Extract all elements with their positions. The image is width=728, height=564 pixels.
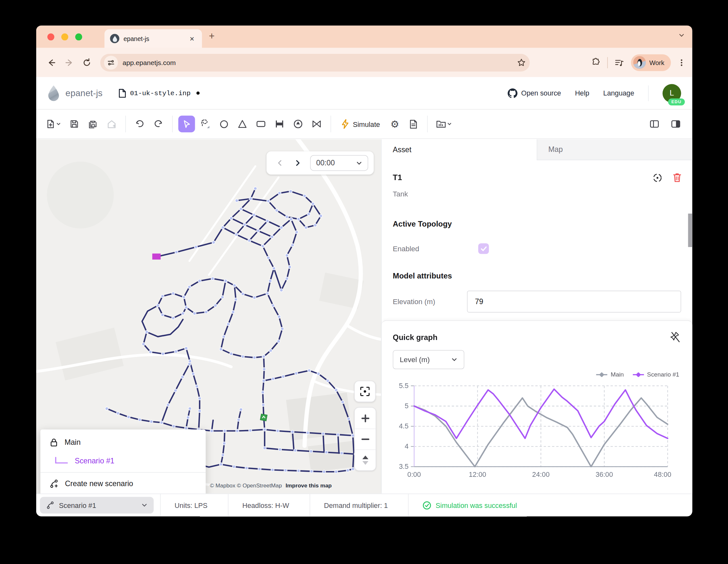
lock-icon: [50, 438, 58, 447]
delete-asset-icon[interactable]: [672, 172, 682, 183]
chart-legend: MainScenario #1: [596, 371, 679, 378]
panel-toggles: [646, 116, 684, 132]
analysis-charts-button[interactable]: [433, 116, 455, 132]
app-name: epanet-js: [65, 88, 103, 98]
report-button[interactable]: [405, 116, 422, 132]
valve-tool-button[interactable]: [308, 116, 325, 132]
new-tab-button[interactable]: +: [209, 31, 215, 41]
timestep-dropdown[interactable]: 00:00: [310, 155, 368, 171]
svg-text:5.5: 5.5: [399, 382, 409, 390]
tab-map[interactable]: Map: [537, 139, 692, 160]
zoom-in-button[interactable]: [355, 408, 376, 428]
save-as-button[interactable]: [85, 116, 101, 132]
junction-tool-button[interactable]: [215, 116, 232, 132]
open-source-link[interactable]: Open source: [507, 88, 561, 98]
pipe-tool-button[interactable]: [271, 116, 288, 132]
profile-chip[interactable]: Work: [631, 54, 671, 71]
unpin-icon[interactable]: [670, 331, 681, 343]
simulation-status: Simulation was successful: [408, 494, 531, 517]
enabled-checkbox[interactable]: [478, 243, 489, 254]
bookmark-star-icon[interactable]: [517, 58, 526, 67]
lasso-select-tool-button[interactable]: [197, 116, 213, 132]
elevation-input[interactable]: [467, 291, 681, 312]
fit-to-extent-button[interactable]: [354, 381, 376, 402]
svg-text:48:00: 48:00: [654, 470, 671, 478]
pump-tool-button[interactable]: [290, 116, 306, 132]
toolbar-divider: [331, 116, 331, 132]
tab-close-icon[interactable]: ✕: [188, 34, 196, 43]
toggle-right-panel-button[interactable]: [667, 116, 684, 132]
improve-map-link[interactable]: Improve this map: [285, 482, 332, 489]
legend-item: Scenario #1: [632, 371, 679, 378]
close-window-button[interactable]: [47, 33, 54, 40]
browser-menu-icon[interactable]: [677, 58, 686, 67]
scenario-selector[interactable]: Scenario #1: [40, 497, 154, 513]
cursor-icon: [182, 120, 191, 129]
simulate-button[interactable]: Simulate: [337, 116, 385, 132]
browser-tab[interactable]: epanet-js ✕: [104, 29, 202, 48]
metric-selector[interactable]: Level (m): [393, 350, 464, 369]
panel-scrollbar[interactable]: [688, 214, 692, 247]
tank-marker-t1[interactable]: [152, 253, 161, 260]
previous-timestep-button[interactable]: [272, 155, 288, 171]
extensions-icon[interactable]: [591, 58, 600, 67]
demand-multiplier-status: Demand multiplier: 1: [310, 494, 402, 517]
pitch-toggle-button[interactable]: [355, 450, 376, 470]
svg-text:12:00: 12:00: [469, 470, 486, 478]
site-settings-icon[interactable]: [104, 55, 118, 69]
timestep-value: 00:00: [316, 159, 335, 167]
url-text: app.epanetjs.com: [123, 59, 176, 66]
app-toolbar: Simulate ⚙: [36, 110, 692, 139]
scenario-menu-item-main[interactable]: Main: [40, 433, 206, 452]
back-button[interactable]: [43, 54, 60, 71]
help-link[interactable]: Help: [575, 89, 589, 97]
fullscreen-window-button[interactable]: [75, 33, 82, 40]
epanet-logo-droplet-icon: [47, 85, 60, 101]
import-project-button[interactable]: [103, 116, 120, 132]
new-project-button[interactable]: [43, 116, 64, 132]
user-avatar[interactable]: L EDU: [663, 84, 681, 103]
tab-search-chevron-icon[interactable]: [678, 32, 685, 38]
tab-favicon-droplet-icon: [110, 34, 119, 43]
quick-graph-title: Quick graph: [393, 333, 438, 341]
profile-avatar: [633, 56, 646, 69]
tank-tool-button[interactable]: [252, 116, 269, 132]
enabled-label: Enabled: [393, 245, 478, 253]
svg-text:24:00: 24:00: [532, 470, 550, 478]
simulation-settings-button[interactable]: ⚙: [386, 116, 403, 132]
forward-button[interactable]: [60, 54, 78, 71]
select-tool-button[interactable]: [178, 116, 195, 132]
asset-header: T1 Tank: [382, 160, 692, 198]
network-map[interactable]: 00:00: [36, 139, 381, 494]
tab-asset[interactable]: Asset: [382, 139, 537, 160]
language-link[interactable]: Language: [603, 89, 634, 97]
tab-title: epanet-js: [123, 35, 187, 42]
asset-name: T1: [393, 173, 681, 182]
headloss-status: Headloss: H-W: [228, 494, 303, 517]
minimize-window-button[interactable]: [61, 33, 68, 40]
reservoir-tool-button[interactable]: [234, 116, 251, 132]
app-header: epanet-js 01-uk-style.inp Open source He…: [36, 77, 692, 110]
toggle-left-panel-button[interactable]: [646, 116, 663, 132]
edu-badge: EDU: [668, 98, 685, 105]
svg-text:36:00: 36:00: [596, 470, 613, 478]
screenshot-stage: epanet-js ✕ + app.epanetjs.com: [0, 0, 728, 564]
map-attribution: © Mapbox © OpenStreetMapImprove this map: [210, 482, 332, 489]
locate-asset-icon[interactable]: [652, 172, 663, 184]
undo-button[interactable]: [131, 116, 148, 132]
address-bar[interactable]: app.epanetjs.com: [100, 54, 530, 71]
zoom-out-button[interactable]: [355, 428, 376, 449]
next-timestep-button[interactable]: [290, 155, 305, 171]
create-new-scenario-item[interactable]: Create new scenario: [40, 475, 206, 493]
svg-text:3.5: 3.5: [399, 462, 409, 470]
attribution-text[interactable]: © Mapbox © OpenStreetMap: [210, 482, 282, 489]
save-button[interactable]: [66, 116, 83, 132]
valve-marker[interactable]: [260, 414, 267, 421]
legend-item: Main: [596, 371, 624, 378]
toolbar-divider: [427, 116, 428, 132]
redo-button[interactable]: [150, 116, 167, 132]
file-menu[interactable]: 01-uk-style.inp: [118, 88, 199, 98]
reload-button[interactable]: [78, 54, 95, 71]
scenario-menu-item-scenario1[interactable]: Scenario #1: [40, 452, 206, 470]
media-controls-icon[interactable]: [614, 57, 624, 68]
